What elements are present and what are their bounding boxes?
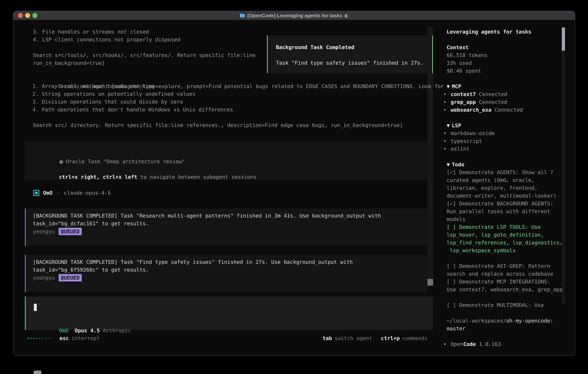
chevron-down-icon: ▼ [447,162,450,167]
chat-message-block: 3. File handles or streams not closed 4.… [33,28,255,67]
notification-title: Background Task Completed [276,43,432,51]
bullet-icon: • [443,340,451,348]
background-task-card: [BACKGROUND TASK COMPLETED] Task "Find t… [25,255,427,292]
queued-badge: QUEUED [59,228,82,235]
mcp-item: •websearch_exa Connected [443,106,568,114]
status-bar: esc interrupt tab switch agent ctrl+p co… [28,334,427,342]
notification-toast: Background Task Completed Task "Find typ… [267,35,433,73]
terminal-line [33,43,255,51]
task-meta-row: yeongyu QUEUED [33,228,427,235]
status-right: tab switch agent ctrl+p commands [323,334,427,342]
lsp-item: •eslint [443,145,568,153]
text-cursor [34,304,37,311]
bullet-icon: • [443,106,451,114]
terminal-line: 4. Path operations that don't handle Win… [32,106,444,114]
queued-badge: QUEUED [59,274,82,281]
task-message-line: [BACKGROUND TASK COMPLETED] Task "Resear… [33,212,427,220]
folder-icon [240,13,245,18]
terminal-line: run_in_background=true] [33,59,255,67]
context-header: Context [443,43,568,51]
todo-line-active: lsp_workspace_symbols [443,247,568,254]
chat-scrollbar-thumb[interactable] [427,279,433,286]
titlebar: [OpenCode] Leveraging agents for tasks ◐ [13,11,575,20]
task-message-line: [BACKGROUND TASK COMPLETED] Task "Find t… [33,258,427,266]
lsp-item: •markdown-oxide [443,129,568,137]
todo-line: search and replace across codebase [443,270,568,278]
ctrlp-key-hint: ctrl+p [381,334,400,342]
mcp-status: Connected [494,107,523,113]
agent-name: OmO [43,189,52,197]
prompt-input[interactable]: OmO Opus 4.5 Anthropic [25,296,433,330]
agent-header-row: OmO · claude-opus-4-5 [33,189,111,197]
bullet-icon: • [443,90,451,98]
context-spent: $0.46 spent [443,67,568,75]
terminal-line: 4. LSP client connections not properly d… [33,36,255,43]
tab-key-label: switch agent [335,334,372,342]
todo-line: [✓] Demonstrate BACKGROUND AGENTS: [443,200,568,208]
todo-line: librarian, explore, frontend, [443,184,568,192]
mcp-status: Connected [479,99,507,105]
todo-line: [✓] Demonstrate AGENTS: Show all 7 [443,168,568,176]
todo-line: Run parallel tasks with different [443,208,568,215]
active-agent-label: OmO [59,328,68,333]
todo-line: Use context7, websearch_exa, grep_app [443,286,568,293]
todo-line: [ ] Demonstrate AST-GREP: Pattern [443,262,568,270]
desktop: [OpenCode] Leveraging agents for tasks ◐… [0,0,588,374]
todo-line: document-writer, multimodal-looker) [443,192,568,200]
terminal-line: Search src/ directory. Return specific f… [33,121,403,129]
dock-item[interactable] [33,371,41,374]
bullet-icon: • [443,145,451,153]
chevron-down-icon: ▼ [447,123,450,128]
task-message-line: task_id="bg_6f59260c" to get results. [33,266,427,274]
lsp-section-header[interactable]: ▼LSP [443,122,568,129]
esc-key-label: interrupt [72,334,100,342]
version-line: •OpenCode 1.0.163 [443,340,568,348]
opencode-window: [OpenCode] Leveraging agents for tasks ◐… [13,11,575,356]
esc-key-hint: esc [60,334,69,342]
provider-label: Anthropic [103,328,131,333]
busy-indicator-icon: ◐ [345,13,348,18]
terminal-line: 2. String operations on potentially unde… [32,90,444,98]
mcp-item: •context7 Connected [443,90,568,98]
tool-call-block: ⚙call_omo_agent [subagent_type=explore, … [32,74,444,114]
todo-line-active: lsp_find_references, lsp_diagnostics, [443,239,568,247]
todo-section-header[interactable]: ▼Todo [443,161,568,168]
workspace-path: ~/local-workspaces/oh-my-opencode: [443,317,568,325]
agent-icon [33,190,39,196]
context-tokens: 66,518 tokens [443,51,568,59]
task-meta-row: yeongyu QUEUED [33,274,427,281]
todo-line: curated agents (OmO, oracle, [443,176,568,184]
keybinding: ctrl+x right, ctrl+x left [59,174,137,180]
todo-line-active: [ ] Demonstrate LSP TOOLS: Use [443,223,568,231]
chevron-down-icon: ▼ [447,83,450,89]
agent-model: claude-opus-4-5 [64,189,111,197]
context-used: 33% used [443,59,568,67]
terminal-line: 3. Division operations that could divide… [32,98,444,106]
subagent-hint-line: ctrl+x right, ctrl+x left to navigate be… [34,165,427,173]
separator-dot: · [57,189,60,197]
terminal-line: 3. File handles or streams not closed [33,28,255,36]
tool-call-header-line: ⚙call_omo_agent [subagent_type=explore, … [32,74,444,82]
version-number: 1.0.163 [479,341,501,347]
terminal-line: Search src/tools/, src/hooks/, src/featu… [33,51,255,59]
background-task-card: [BACKGROUND TASK COMPLETED] Task "Resear… [25,208,427,246]
bullet-icon: • [443,129,451,137]
ctrlp-key-label: commands [402,334,427,342]
window-title-area: [OpenCode] Leveraging agents for tasks ◐ [13,11,575,20]
subagent-session-card: ◉Oracle Task "Deep architecture review" … [25,142,427,180]
session-title: Leveraging agents for tasks [443,28,568,36]
window-title: [OpenCode] Leveraging agents for tasks [247,13,342,18]
model-label[interactable]: Opus 4.5 [75,328,100,333]
todo-line-active: lsp_hover, lsp_goto_definition, [443,231,568,239]
lsp-item: •typescript [443,137,568,145]
bullet-icon: • [443,98,451,106]
input-modeline: OmO Opus 4.5 Anthropic [34,319,131,327]
fisheye-icon: ◉ [59,158,63,165]
todo-line: [ ] Demonstrate MULTIMODAL: Use [443,301,568,309]
task-author: yeongyu [33,229,55,234]
mcp-item: •grep_app Connected [443,98,568,106]
tab-key-hint: tab [323,334,332,342]
subagent-title-line: ◉Oracle Task "Deep architecture review" [34,150,427,158]
mcp-section-header[interactable]: ▼MCP [443,83,568,90]
mcp-status: Connected [479,91,507,97]
